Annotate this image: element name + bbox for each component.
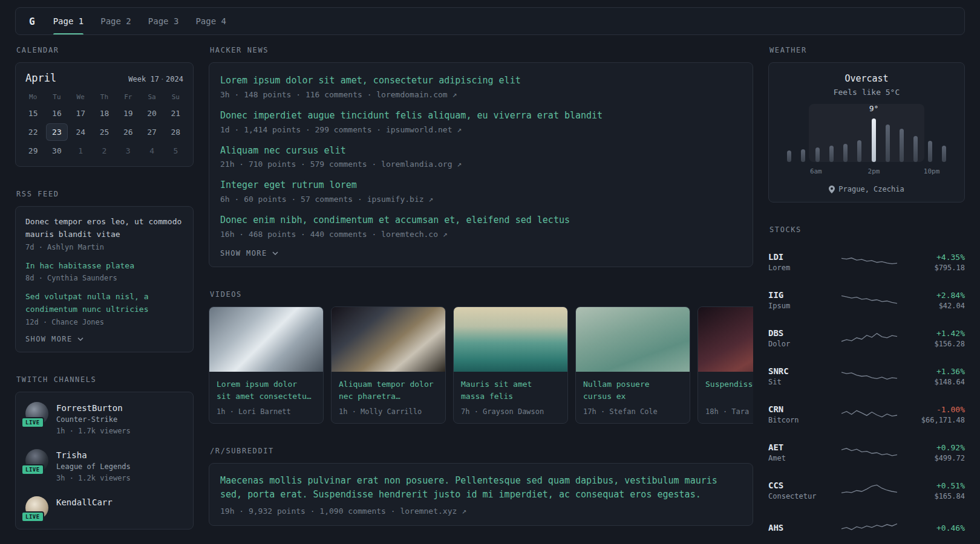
twitch-channel-row[interactable]: LIVEKendallCarr xyxy=(25,496,183,519)
stock-sparkline xyxy=(831,520,907,537)
channel-name[interactable]: KendallCarr xyxy=(56,496,113,508)
channel-avatar: LIVE xyxy=(25,402,48,425)
rss-widget: Donec tempor eros leo, ut commodo mauris… xyxy=(15,206,194,352)
stock-id: AETAmet xyxy=(768,442,831,462)
hackernews-show-more-button[interactable]: SHOW MORE xyxy=(220,249,278,257)
subreddit-post-title[interactable]: Maecenas mollis pulvinar erat non posuer… xyxy=(220,474,742,502)
stock-sparkline xyxy=(831,406,907,423)
hackernews-item: Donec enim nibh, condimentum et accumsan… xyxy=(220,214,742,239)
weather-time-label: 10pm xyxy=(924,167,940,175)
rss-item-title[interactable]: In hac habitasse platea xyxy=(25,260,183,273)
calendar-day: 25 xyxy=(94,123,115,141)
video-thumbnail[interactable] xyxy=(698,307,753,372)
stock-row[interactable]: CCSConsectetur+0.51%$165.84 xyxy=(768,471,965,510)
video-thumbnail[interactable] xyxy=(576,307,690,372)
video-title[interactable]: Lorem ipsum dolor sit amet consectetu… xyxy=(217,378,316,403)
stock-sparkline-chart xyxy=(841,520,897,537)
stock-symbol: AET xyxy=(768,442,831,452)
stock-sparkline-chart xyxy=(841,406,897,423)
hackernews-item-meta: 21h · 710 points · 579 comments · loreml… xyxy=(220,160,742,169)
channel-name[interactable]: ForrestBurton xyxy=(56,402,131,414)
weather-bar xyxy=(815,147,820,162)
chevron-down-icon xyxy=(77,337,83,341)
calendar-day: 4 xyxy=(141,142,162,160)
rss-item-meta: 12d · Chance Jones xyxy=(25,318,183,326)
twitch-section-title: TWITCH CHANNELS xyxy=(16,375,194,384)
calendar-day-header: Th xyxy=(93,90,116,104)
video-card-body: Aliquam tempor dolor nec pharetra…1h · M… xyxy=(332,372,445,423)
nav-tab-4[interactable]: Page 4 xyxy=(195,8,226,34)
rss-item-title[interactable]: Donec tempor eros leo, ut commodo mauris… xyxy=(25,216,183,241)
rss-section-title: RSS FEED xyxy=(16,190,194,198)
stock-name: Consectetur xyxy=(768,492,831,500)
nav-tab-1[interactable]: Page 1 xyxy=(53,8,84,34)
subreddit-post-meta: 19h · 9,932 points · 1,090 comments · lo… xyxy=(220,507,742,516)
hackernews-item-title[interactable]: Lorem ipsum dolor sit amet, consectetur … xyxy=(220,74,742,88)
calendar-day: 24 xyxy=(70,123,91,141)
video-thumbnail[interactable] xyxy=(454,307,567,372)
rss-item-title[interactable]: Sed volutpat nulla nisl, a condimentum n… xyxy=(25,291,183,316)
stock-change: +4.35% xyxy=(907,253,965,262)
weather-bar xyxy=(913,136,918,162)
channel-name[interactable]: Trisha xyxy=(56,449,131,461)
subreddit-section-title: /R/SUBREDDIT xyxy=(210,447,753,455)
hackernews-item-title[interactable]: Donec enim nibh, condimentum et accumsan… xyxy=(220,214,742,227)
weather-bar xyxy=(942,146,946,162)
stock-name: Bitcorn xyxy=(768,416,831,424)
video-card[interactable]: Suspendisse diam18h · Tara xyxy=(697,306,753,424)
stock-row[interactable]: CRNBitcorn-1.00%$66,171.48 xyxy=(768,395,965,433)
stock-row[interactable]: AHS+0.46% xyxy=(768,510,965,544)
center-column: HACKER NEWS Lorem ipsum dolor sit amet, … xyxy=(209,46,753,526)
rss-items: Donec tempor eros leo, ut commodo mauris… xyxy=(25,216,183,326)
rss-item-meta: 8d · Cynthia Saunders xyxy=(25,274,183,282)
stock-row[interactable]: IIGIpsum+2.84%$42.04 xyxy=(768,281,965,319)
calendar-day: 26 xyxy=(117,123,139,141)
twitch-channel-row[interactable]: LIVEForrestBurtonCounter-Strike1h · 1.7k… xyxy=(25,402,183,437)
weather-widget: Overcast Feels like 5°C 9° 6am2pm10pm Pr… xyxy=(768,62,965,202)
left-column: CALENDAR April Week 17·2024 MoTuWeThFrSa… xyxy=(15,46,194,529)
calendar-day: 29 xyxy=(22,142,44,160)
video-thumbnail[interactable] xyxy=(209,307,323,372)
hackernews-item-title[interactable]: Donec imperdiet augue tincidunt felis al… xyxy=(220,109,742,123)
twitch-widget: LIVEForrestBurtonCounter-Strike1h · 1.7k… xyxy=(15,392,194,529)
stock-sparkline-chart xyxy=(841,482,897,499)
videos-section-title: VIDEOS xyxy=(210,290,753,299)
twitch-channel-row[interactable]: LIVETrishaLeague of Legends3h · 1.2k vie… xyxy=(25,449,183,484)
stock-id: SNRCSit xyxy=(768,366,831,386)
stocks-list: LDILorem+4.35%$795.18IIGIpsum+2.84%$42.0… xyxy=(768,242,965,544)
nav-tab-3[interactable]: Page 3 xyxy=(148,8,179,34)
stock-symbol: IIG xyxy=(768,290,831,300)
video-card[interactable]: Mauris sit amet massa felis7h · Grayson … xyxy=(453,306,568,424)
video-thumbnail[interactable] xyxy=(332,307,445,372)
stock-sparkline-chart xyxy=(841,254,897,271)
video-card[interactable]: Nullam posuere cursus ex17h · Stefan Col… xyxy=(575,306,690,424)
channel-game: League of Legends xyxy=(56,461,131,473)
video-title[interactable]: Mauris sit amet massa felis xyxy=(461,378,560,403)
weather-section-title: WEATHER xyxy=(769,46,965,54)
hackernews-item: Integer eget rutrum lorem6h · 60 points … xyxy=(220,179,742,204)
stock-row[interactable]: LDILorem+4.35%$795.18 xyxy=(768,243,965,281)
stock-price: $165.84 xyxy=(907,492,965,500)
stock-row[interactable]: AETAmet+0.92%$499.72 xyxy=(768,433,965,471)
video-title[interactable]: Aliquam tempor dolor nec pharetra… xyxy=(339,378,438,403)
stock-id: LDILorem xyxy=(768,252,831,272)
video-card[interactable]: Lorem ipsum dolor sit amet consectetu…1h… xyxy=(209,306,324,424)
video-card[interactable]: Aliquam tempor dolor nec pharetra…1h · M… xyxy=(331,306,446,424)
rss-show-more-button[interactable]: SHOW MORE xyxy=(25,335,83,343)
video-title[interactable]: Nullam posuere cursus ex xyxy=(583,378,682,403)
stock-row[interactable]: SNRCSit+1.36%$148.64 xyxy=(768,357,965,395)
stock-row[interactable]: DBSDolor+1.42%$156.28 xyxy=(768,319,965,357)
stock-sparkline-chart xyxy=(841,368,897,385)
calendar-day: 28 xyxy=(165,123,186,141)
weather-current-temp: 9° xyxy=(869,104,879,113)
stock-sparkline xyxy=(831,254,907,271)
hackernews-item-title[interactable]: Integer eget rutrum lorem xyxy=(220,179,742,192)
calendar-day: 22 xyxy=(22,123,44,141)
calendar-day-header: We xyxy=(69,90,93,104)
app-logo[interactable]: G xyxy=(29,16,35,27)
video-title[interactable]: Suspendisse diam xyxy=(705,378,753,403)
video-card-body: Lorem ipsum dolor sit amet consectetu…1h… xyxy=(209,372,323,423)
hackernews-item-title[interactable]: Aliquam nec cursus elit xyxy=(220,144,742,158)
nav-tab-2[interactable]: Page 2 xyxy=(100,8,131,34)
stock-change: +1.42% xyxy=(907,329,965,338)
